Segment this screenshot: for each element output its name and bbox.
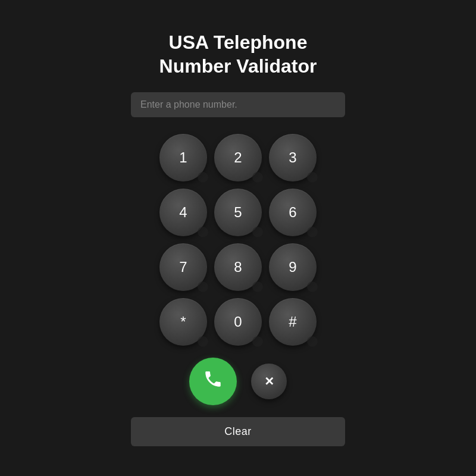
key-hash[interactable]: # [269,298,317,346]
key-3[interactable]: 3 [269,134,317,181]
clear-button[interactable]: Clear [131,417,345,446]
key-5[interactable]: 5 [214,189,262,236]
key-star[interactable]: * [159,298,207,346]
key-7[interactable]: 7 [159,243,207,291]
phone-icon [203,369,223,393]
call-button[interactable] [189,358,237,405]
key-9[interactable]: 9 [269,243,317,291]
backspace-button[interactable]: ✕ [251,364,287,399]
key-8[interactable]: 8 [214,243,262,291]
key-2[interactable]: 2 [214,134,262,181]
backspace-icon: ✕ [264,374,274,389]
key-4[interactable]: 4 [159,189,207,236]
action-row: ✕ [189,358,287,405]
keypad: 1 2 3 4 5 6 7 8 9 * 0 # [159,134,317,346]
app-title: USA Telephone Number Validator [159,30,317,78]
key-1[interactable]: 1 [159,134,207,181]
key-6[interactable]: 6 [269,189,317,236]
phone-input[interactable] [131,92,345,117]
app-container: USA Telephone Number Validator 1 2 3 4 5… [113,30,363,446]
key-0[interactable]: 0 [214,298,262,346]
